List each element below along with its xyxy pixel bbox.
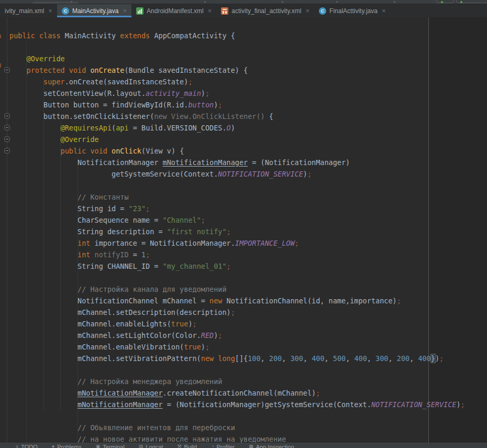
- code-token: ,: [367, 354, 375, 363]
- code-editor[interactable]: public class MainActivity extends AppCom…: [0, 17, 487, 443]
- code-line[interactable]: mChannel.setVibrationPattern(new long[]{…: [9, 353, 487, 364]
- code-line[interactable]: String CHANNEL_ID = "my_channel_01";: [9, 260, 487, 272]
- fold-collapse-icon[interactable]: [4, 125, 10, 130]
- tool-window-button-app-inspection[interactable]: ▦App Inspection: [249, 444, 294, 448]
- code-line[interactable]: CharSequence name = "Channel";: [9, 214, 487, 226]
- code-line[interactable]: button.setOnClickListener(new View.OnCli…: [9, 111, 487, 122]
- fold-collapse-icon[interactable]: [4, 136, 10, 142]
- code-line[interactable]: @RequiresApi(api = Build.VERSION_CODES.O…: [9, 122, 487, 134]
- code-token: =: [129, 250, 141, 259]
- code-line[interactable]: [9, 180, 487, 191]
- tool-window-button-profiler[interactable]: ◔Profiler: [211, 444, 235, 448]
- code-token: // Константы: [78, 193, 129, 201]
- code-line[interactable]: NotificationManager mNotificationManager…: [9, 157, 487, 168]
- code-line[interactable]: mNotificationManager.createNotificationC…: [9, 387, 487, 399]
- code-token: ;: [227, 227, 231, 236]
- code-line[interactable]: public class MainActivity extends AppCom…: [9, 30, 487, 41]
- code-token: ;: [316, 389, 320, 397]
- code-token: AppCompatActivity {: [154, 31, 235, 40]
- code-line[interactable]: [9, 410, 487, 422]
- editor-tab-finalacttivity-java[interactable]: CFinalActtivity.java×: [314, 4, 390, 17]
- code-line[interactable]: protected void onCreate(Bundle savedInst…: [9, 64, 487, 76]
- tool-window-button-todo[interactable]: ≡TODO: [16, 444, 38, 448]
- code-line[interactable]: mChannel.enableLights(true);: [9, 318, 487, 330]
- code-line[interactable]: int notifyID = 1;: [9, 249, 487, 260]
- code-line[interactable]: String id = "23";: [9, 203, 487, 214]
- code-line[interactable]: setContentView(R.layout.activity_main);: [9, 88, 487, 99]
- device-status-dot-icon: [460, 1, 462, 3]
- code-token: int: [78, 239, 90, 247]
- code-line[interactable]: mChannel.enableVibration(true);: [9, 341, 487, 353]
- tool-window-button-build[interactable]: ⚒Build: [177, 444, 197, 448]
- code-token: [9, 147, 61, 155]
- editor-tab-activity-final-acttivity-xml[interactable]: activity_final_acttivity.xml×: [216, 4, 314, 17]
- code-token: [9, 250, 78, 259]
- code-line[interactable]: Button button = findViewById(R.id.button…: [9, 99, 487, 111]
- tab-close-icon[interactable]: ×: [48, 7, 52, 14]
- fold-collapse-icon[interactable]: [4, 67, 10, 73]
- tool-window-button-terminal[interactable]: ▣Terminal: [96, 444, 125, 448]
- toolbar-icon-remnant: [71, 1, 72, 3]
- code-token: [9, 377, 78, 386]
- editor-tab-androidmanifest-xml[interactable]: AndroidManifest.xml×: [131, 4, 216, 17]
- code-token: IMPORTANCE_LOW: [235, 239, 295, 247]
- code-token: RED: [201, 331, 214, 340]
- code-line[interactable]: [9, 41, 487, 53]
- code-line[interactable]: @Override: [9, 134, 487, 145]
- code-token: [9, 66, 27, 74]
- code-line[interactable]: @Override: [9, 53, 487, 64]
- logcat-icon: ▤: [139, 444, 143, 448]
- fold-collapse-icon[interactable]: [4, 148, 10, 154]
- device-button-outline[interactable]: [456, 0, 487, 3]
- code-line[interactable]: mChannel.setDescription(description);: [9, 307, 487, 318]
- tab-close-icon[interactable]: ×: [123, 7, 127, 14]
- code-line[interactable]: // Обьявление интентов для переброски: [9, 422, 487, 433]
- code-token: true: [184, 343, 201, 351]
- code-token: mChannel.setLightColor(Color.: [9, 331, 201, 340]
- code-token: mNotificationManager: [78, 400, 163, 409]
- code-line[interactable]: String description = "first notify";: [9, 226, 487, 237]
- code-token: [9, 124, 61, 132]
- code-line[interactable]: [9, 364, 487, 376]
- fold-collapse-icon[interactable]: [4, 113, 10, 119]
- code-token: ;: [146, 204, 150, 213]
- code-token: button: [188, 101, 214, 109]
- code-token: public void: [61, 147, 112, 155]
- tool-window-button-logcat[interactable]: ▤Logcat: [139, 444, 163, 448]
- code-token: [9, 423, 78, 432]
- code-token: [9, 239, 78, 247]
- tab-close-icon[interactable]: ×: [208, 7, 212, 14]
- code-token: activity_main: [146, 89, 201, 97]
- code-token: 200: [397, 354, 409, 363]
- code-line[interactable]: int importance = NotificationManager.IMP…: [9, 237, 487, 249]
- toolbar-strip: [0, 0, 487, 4]
- tab-label: activity_final_acttivity.xml: [231, 7, 301, 15]
- code-line[interactable]: [9, 272, 487, 283]
- toolbar-icon-remnant: [282, 1, 283, 3]
- code-line[interactable]: getSystemService(Context.NOTIFICATION_SE…: [9, 168, 487, 180]
- code-text-area[interactable]: public class MainActivity extends AppCom…: [0, 17, 487, 443]
- code-line[interactable]: // Константы: [9, 191, 487, 203]
- code-line[interactable]: mNotificationManager = (NotificationMana…: [9, 399, 487, 410]
- code-line[interactable]: mChannel.setLightColor(Color.RED);: [9, 330, 487, 341]
- code-line[interactable]: public void onClick(View v) {: [9, 145, 487, 157]
- run-button-outline[interactable]: [436, 0, 454, 3]
- tab-close-icon[interactable]: ×: [382, 7, 386, 14]
- code-line[interactable]: NotificationChannel mChannel = new Notif…: [9, 295, 487, 307]
- code-token: extends: [120, 31, 154, 40]
- code-line[interactable]: // Настройка менеджера уведомлений: [9, 376, 487, 387]
- code-token: 100: [248, 354, 260, 363]
- code-token: ;: [218, 101, 222, 109]
- code-line[interactable]: // Настройка канала для уведомлений: [9, 283, 487, 295]
- editor-tab-ivity-main-xml[interactable]: ivity_main.xml×: [0, 4, 57, 17]
- code-line[interactable]: super.onCreate(savedInstanceState);: [9, 76, 487, 88]
- code-token: [9, 435, 78, 443]
- tool-window-label: Logcat: [146, 444, 163, 448]
- code-line[interactable]: // на новое активити после нажатия на ув…: [9, 433, 487, 443]
- code-token: ;: [295, 239, 299, 247]
- editor-tab-mainactivity-java[interactable]: CMainActivity.java×: [57, 4, 131, 17]
- tool-window-button-problems[interactable]: ●Problems: [52, 444, 82, 448]
- code-token: ): [456, 400, 460, 409]
- tab-close-icon[interactable]: ×: [306, 7, 310, 14]
- code-token: 400: [418, 354, 430, 363]
